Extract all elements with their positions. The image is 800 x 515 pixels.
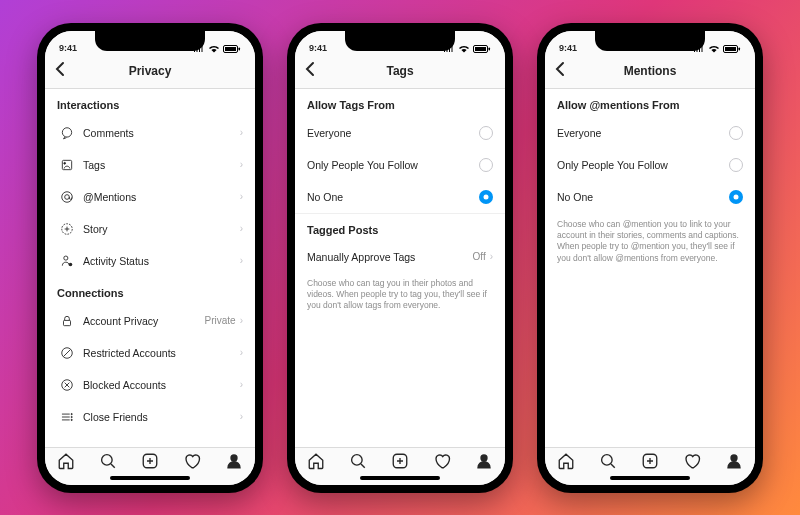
- nav-header: Mentions: [545, 55, 755, 89]
- chevron-right-icon: ›: [240, 379, 243, 390]
- tab-profile[interactable]: [475, 452, 493, 474]
- phone-notch: [345, 31, 455, 51]
- row-label: Close Friends: [77, 411, 240, 423]
- row-account-privacy[interactable]: Account Privacy Private ›: [45, 305, 255, 337]
- svg-point-14: [71, 413, 72, 414]
- blocked-icon: [57, 378, 77, 392]
- section-header-tagged-posts: Tagged Posts: [295, 214, 505, 242]
- radio-people-you-follow[interactable]: Only People You Follow: [545, 149, 755, 181]
- mention-icon: [57, 190, 77, 204]
- radio-everyone[interactable]: Everyone: [295, 117, 505, 149]
- row-story[interactable]: Story ›: [45, 213, 255, 245]
- row-label: Tags: [77, 159, 240, 171]
- help-text: Choose who can @mention you to link to y…: [545, 213, 755, 275]
- story-icon: [57, 222, 77, 236]
- section-header-connections: Connections: [45, 277, 255, 305]
- phone-notch: [595, 31, 705, 51]
- svg-rect-1: [225, 47, 236, 51]
- row-label: Activity Status: [77, 255, 240, 267]
- row-label: Everyone: [557, 127, 729, 139]
- row-label: Blocked Accounts: [77, 379, 240, 391]
- radio-icon: [729, 126, 743, 140]
- radio-no-one[interactable]: No One: [295, 181, 505, 213]
- tab-add[interactable]: [641, 452, 659, 474]
- row-tags[interactable]: Tags ›: [45, 149, 255, 181]
- row-label: No One: [557, 191, 729, 203]
- tab-add[interactable]: [141, 452, 159, 474]
- row-restricted-accounts[interactable]: Restricted Accounts ›: [45, 337, 255, 369]
- screen: 9:41 Tags Allow Tags From Everyone Only …: [295, 31, 505, 485]
- back-button[interactable]: [305, 61, 315, 81]
- row-activity-status[interactable]: Activity Status ›: [45, 245, 255, 277]
- row-mentions[interactable]: @Mentions ›: [45, 181, 255, 213]
- status-time: 9:41: [309, 43, 327, 53]
- svg-point-3: [62, 127, 71, 136]
- page-title: Privacy: [129, 64, 172, 78]
- row-label: @Mentions: [77, 191, 240, 203]
- content-area: Interactions Comments › Tags › @Mentions…: [45, 89, 255, 447]
- svg-point-25: [481, 455, 487, 461]
- svg-point-19: [231, 455, 237, 461]
- back-button[interactable]: [555, 61, 565, 81]
- content-area: Allow @mentions From Everyone Only Peopl…: [545, 89, 755, 447]
- radio-icon: [729, 158, 743, 172]
- svg-point-16: [71, 419, 72, 420]
- row-manually-approve[interactable]: Manually Approve Tags Off ›: [295, 242, 505, 272]
- tab-add[interactable]: [391, 452, 409, 474]
- svg-point-7: [65, 194, 70, 199]
- phone-mentions: 9:41 Mentions Allow @mentions From Every…: [537, 23, 763, 493]
- section-header-allow-tags: Allow Tags From: [295, 89, 505, 117]
- row-comments[interactable]: Comments ›: [45, 117, 255, 149]
- svg-point-5: [64, 162, 66, 164]
- screen: 9:41 Mentions Allow @mentions From Every…: [545, 31, 755, 485]
- chevron-right-icon: ›: [240, 191, 243, 202]
- row-close-friends[interactable]: Close Friends ›: [45, 401, 255, 433]
- lock-icon: [57, 314, 77, 328]
- chevron-right-icon: ›: [240, 255, 243, 266]
- svg-point-6: [62, 191, 73, 202]
- tab-activity[interactable]: [683, 452, 701, 474]
- home-indicator: [360, 476, 440, 480]
- tab-activity[interactable]: [183, 452, 201, 474]
- row-label: No One: [307, 191, 479, 203]
- chevron-right-icon: ›: [240, 315, 243, 326]
- svg-point-17: [102, 455, 113, 466]
- activity-icon: [57, 254, 77, 268]
- svg-rect-21: [475, 47, 486, 51]
- tab-search[interactable]: [599, 452, 617, 474]
- chevron-right-icon: ›: [240, 159, 243, 170]
- tab-profile[interactable]: [725, 452, 743, 474]
- row-blocked-accounts[interactable]: Blocked Accounts ›: [45, 369, 255, 401]
- row-label: Only People You Follow: [307, 159, 479, 171]
- row-label: Everyone: [307, 127, 479, 139]
- svg-rect-22: [489, 47, 491, 50]
- chevron-right-icon: ›: [240, 347, 243, 358]
- back-button[interactable]: [55, 61, 65, 81]
- svg-rect-28: [739, 47, 741, 50]
- tab-home[interactable]: [557, 452, 575, 474]
- radio-no-one[interactable]: No One: [545, 181, 755, 213]
- home-indicator: [110, 476, 190, 480]
- radio-everyone[interactable]: Everyone: [545, 117, 755, 149]
- tab-home[interactable]: [307, 452, 325, 474]
- page-title: Tags: [386, 64, 413, 78]
- status-time: 9:41: [59, 43, 77, 53]
- svg-point-29: [602, 455, 613, 466]
- tab-activity[interactable]: [433, 452, 451, 474]
- tag-icon: [57, 158, 77, 172]
- tab-search[interactable]: [99, 452, 117, 474]
- radio-people-you-follow[interactable]: Only People You Follow: [295, 149, 505, 181]
- row-label: Restricted Accounts: [77, 347, 240, 359]
- tab-home[interactable]: [57, 452, 75, 474]
- tab-search[interactable]: [349, 452, 367, 474]
- nav-header: Tags: [295, 55, 505, 89]
- tab-profile[interactable]: [225, 452, 243, 474]
- phone-tags: 9:41 Tags Allow Tags From Everyone Only …: [287, 23, 513, 493]
- svg-rect-27: [725, 47, 736, 51]
- row-value: Private: [205, 315, 240, 326]
- svg-point-9: [64, 256, 68, 260]
- row-label: Account Privacy: [77, 315, 205, 327]
- content-area: Allow Tags From Everyone Only People You…: [295, 89, 505, 447]
- page-title: Mentions: [624, 64, 677, 78]
- radio-icon: [479, 158, 493, 172]
